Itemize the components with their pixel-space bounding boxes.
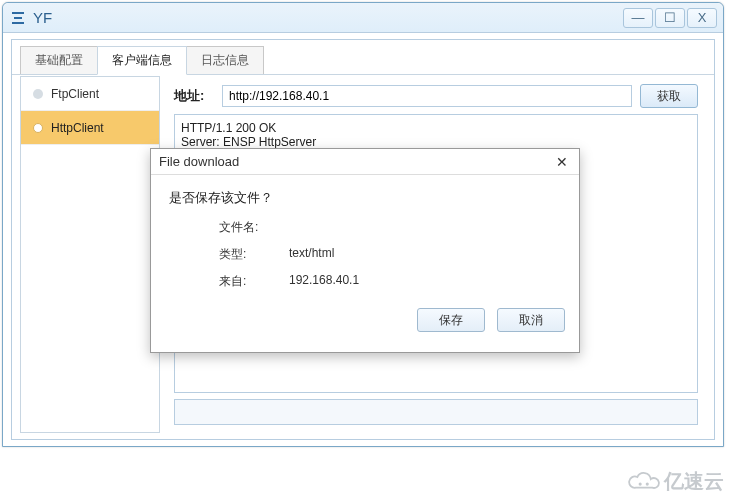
dialog-row-type: 类型: text/html <box>169 246 561 263</box>
row-key: 文件名: <box>219 219 289 236</box>
row-value: text/html <box>289 246 334 263</box>
watermark: 亿速云 <box>626 468 724 495</box>
svg-point-0 <box>639 482 642 485</box>
status-dot-icon <box>33 89 43 99</box>
maximize-button[interactable]: ☐ <box>655 8 685 28</box>
address-label: 地址: <box>174 87 214 105</box>
row-key: 类型: <box>219 246 289 263</box>
window-controls: — ☐ X <box>623 8 717 28</box>
watermark-text: 亿速云 <box>664 468 724 495</box>
sidebar-item-ftpclient[interactable]: FtpClient <box>21 77 159 111</box>
dialog-buttons: 保存 取消 <box>151 308 579 342</box>
fetch-button[interactable]: 获取 <box>640 84 698 108</box>
sidebar-item-label: HttpClient <box>51 121 104 135</box>
dialog-titlebar[interactable]: File download ✕ <box>151 149 579 175</box>
tab-strip: 基础配置 客户端信息 日志信息 <box>12 40 714 75</box>
status-bar <box>174 399 698 425</box>
tab-basic-config[interactable]: 基础配置 <box>20 46 98 74</box>
dialog-title: File download <box>159 154 239 169</box>
window-title: YF <box>33 9 52 26</box>
app-logo-icon <box>9 9 27 27</box>
status-dot-icon <box>33 123 43 133</box>
row-key: 来自: <box>219 273 289 290</box>
sidebar-item-label: FtpClient <box>51 87 99 101</box>
cloud-icon <box>626 471 660 493</box>
row-value: 192.168.40.1 <box>289 273 359 290</box>
dialog-body: 是否保存该文件？ 文件名: 类型: text/html 来自: 192.168.… <box>151 175 579 308</box>
dialog-row-from: 来自: 192.168.40.1 <box>169 273 561 290</box>
dialog-question: 是否保存该文件？ <box>169 189 561 207</box>
svg-point-1 <box>646 482 649 485</box>
sidebar-item-httpclient[interactable]: HttpClient <box>21 111 159 145</box>
sidebar: FtpClient HttpClient <box>20 76 160 433</box>
address-row: 地址: 获取 <box>174 84 698 108</box>
save-button[interactable]: 保存 <box>417 308 485 332</box>
titlebar[interactable]: YF — ☐ X <box>3 3 723 33</box>
close-button[interactable]: X <box>687 8 717 28</box>
address-input[interactable] <box>222 85 632 107</box>
dialog-row-filename: 文件名: <box>169 219 561 236</box>
tab-log-info[interactable]: 日志信息 <box>186 46 264 74</box>
cancel-button[interactable]: 取消 <box>497 308 565 332</box>
tab-client-info[interactable]: 客户端信息 <box>97 46 187 75</box>
file-download-dialog: File download ✕ 是否保存该文件？ 文件名: 类型: text/h… <box>150 148 580 353</box>
dialog-close-icon[interactable]: ✕ <box>553 153 571 171</box>
minimize-button[interactable]: — <box>623 8 653 28</box>
